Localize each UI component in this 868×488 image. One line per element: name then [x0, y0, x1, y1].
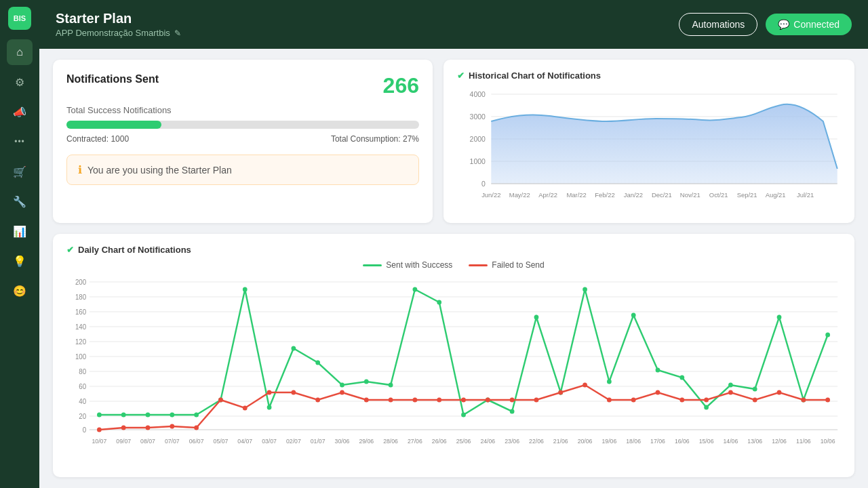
- svg-point-80: [194, 426, 199, 430]
- svg-point-65: [583, 287, 587, 292]
- sidebar-item-more[interactable]: •••: [7, 129, 33, 155]
- notif-alert: ℹ You are you using the Starter Plan: [66, 155, 419, 185]
- svg-point-62: [510, 409, 515, 414]
- svg-point-103: [753, 398, 757, 403]
- app-logo[interactable]: BIS: [8, 7, 31, 30]
- svg-text:80: 80: [79, 368, 86, 375]
- connected-label: Connected: [793, 19, 840, 30]
- topbar-subtitle: APP Demonstração Smartbis ✎: [56, 28, 181, 38]
- svg-point-101: [704, 398, 709, 403]
- svg-point-47: [146, 413, 151, 418]
- svg-text:21/06: 21/06: [553, 438, 568, 445]
- connected-button[interactable]: 💬 Connected: [766, 14, 852, 35]
- svg-text:17/06: 17/06: [650, 438, 665, 445]
- svg-point-89: [413, 398, 418, 403]
- svg-text:3000: 3000: [470, 113, 486, 121]
- svg-text:09/07: 09/07: [116, 438, 131, 445]
- svg-text:11/06: 11/06: [796, 438, 811, 445]
- svg-point-98: [631, 398, 636, 403]
- svg-text:60: 60: [79, 383, 86, 390]
- sidebar-item-user[interactable]: 😊: [7, 278, 33, 304]
- svg-text:28/06: 28/06: [383, 438, 398, 445]
- svg-text:160: 160: [75, 308, 87, 316]
- svg-text:0: 0: [481, 180, 486, 188]
- legend-failed: Failed to Send: [469, 260, 544, 270]
- daily-card-title: ✔ Daily Chart of Notifications: [66, 245, 841, 255]
- sidebar-item-tools[interactable]: 🔧: [7, 188, 33, 214]
- svg-point-90: [437, 398, 441, 403]
- svg-point-76: [97, 428, 102, 432]
- alert-text: You are you using the Starter Plan: [87, 165, 232, 176]
- chart-legend: Sent with Success Failed to Send: [66, 260, 841, 270]
- legend-success: Sent with Success: [363, 260, 452, 270]
- svg-point-56: [364, 380, 369, 384]
- main-area: Starter Plan APP Demonstração Smartbis ✎…: [39, 0, 868, 488]
- daily-chart-card: ✔ Daily Chart of Notifications Sent with…: [53, 234, 854, 477]
- edit-icon[interactable]: ✎: [174, 28, 181, 38]
- svg-point-93: [510, 398, 515, 403]
- sidebar-item-home[interactable]: ⌂: [7, 39, 33, 65]
- svg-text:Jun/22: Jun/22: [481, 192, 500, 199]
- total-consumption: Total Consumption: 27%: [331, 134, 419, 144]
- sidebar-item-shop[interactable]: 🛒: [7, 159, 33, 184]
- svg-text:06/07: 06/07: [189, 438, 204, 445]
- svg-text:19/06: 19/06: [601, 438, 616, 445]
- automations-button[interactable]: Automations: [679, 13, 757, 36]
- sidebar-item-chart[interactable]: 📊: [7, 218, 33, 244]
- svg-point-82: [243, 406, 248, 411]
- sidebar-item-settings[interactable]: ⚙: [7, 69, 33, 95]
- svg-text:02/07: 02/07: [286, 438, 301, 445]
- svg-text:40: 40: [79, 398, 86, 405]
- svg-point-53: [291, 346, 296, 351]
- historical-chart-svg: 4000 3000 2000 1000 0: [457, 87, 841, 209]
- svg-point-45: [97, 413, 102, 418]
- svg-text:100: 100: [75, 353, 87, 361]
- svg-text:Sep/21: Sep/21: [737, 192, 757, 199]
- svg-point-66: [607, 380, 612, 384]
- svg-text:Aug/21: Aug/21: [766, 192, 786, 199]
- svg-point-75: [825, 333, 830, 338]
- notif-header: Notifications Sent 266: [66, 73, 419, 98]
- sidebar-item-megaphone[interactable]: 📣: [7, 99, 33, 125]
- svg-point-95: [558, 390, 563, 395]
- svg-text:180: 180: [75, 293, 87, 301]
- top-row: Notifications Sent 266 Total Success Not…: [53, 60, 854, 223]
- svg-point-63: [534, 315, 539, 320]
- svg-text:03/07: 03/07: [262, 438, 277, 445]
- svg-text:120: 120: [75, 338, 87, 346]
- svg-text:25/06: 25/06: [456, 438, 471, 445]
- svg-point-54: [315, 361, 320, 365]
- topbar: Starter Plan APP Demonstração Smartbis ✎…: [39, 0, 868, 49]
- svg-text:16/06: 16/06: [675, 438, 690, 445]
- svg-text:22/06: 22/06: [529, 438, 544, 445]
- svg-text:Apr/22: Apr/22: [538, 192, 557, 199]
- svg-point-58: [413, 287, 418, 292]
- svg-text:Mar/22: Mar/22: [566, 192, 586, 199]
- alert-icon: ℹ: [78, 163, 82, 176]
- sidebar-item-lightbulb[interactable]: 💡: [7, 248, 33, 274]
- svg-point-84: [291, 390, 296, 395]
- svg-text:20/06: 20/06: [578, 438, 593, 445]
- svg-text:07/07: 07/07: [165, 438, 180, 445]
- svg-point-48: [170, 413, 174, 418]
- svg-text:2000: 2000: [470, 136, 486, 143]
- svg-text:18/06: 18/06: [626, 438, 641, 445]
- svg-point-68: [656, 368, 660, 373]
- svg-point-85: [315, 398, 320, 403]
- svg-text:14/06: 14/06: [724, 438, 738, 445]
- svg-point-71: [728, 383, 733, 388]
- svg-text:27/06: 27/06: [408, 438, 422, 445]
- sidebar: BIS ⌂ ⚙ 📣 ••• 🛒 🔧 📊 💡 😊: [0, 0, 39, 488]
- svg-point-59: [437, 300, 441, 305]
- notif-count: 266: [383, 73, 419, 98]
- svg-point-77: [121, 426, 126, 430]
- svg-point-94: [534, 398, 539, 403]
- svg-point-72: [753, 387, 757, 392]
- svg-point-100: [679, 398, 684, 403]
- svg-text:05/07: 05/07: [214, 438, 229, 445]
- svg-text:1000: 1000: [470, 158, 486, 165]
- svg-point-78: [146, 426, 151, 430]
- svg-text:May/22: May/22: [509, 192, 530, 199]
- svg-text:Dec/21: Dec/21: [652, 192, 672, 199]
- svg-point-52: [267, 405, 272, 410]
